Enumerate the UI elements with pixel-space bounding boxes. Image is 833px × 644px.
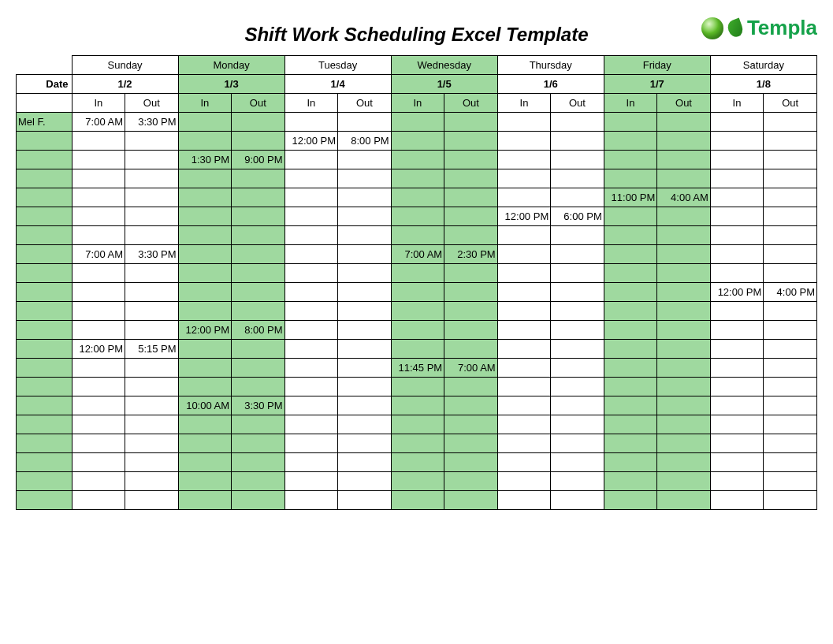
time-cell[interactable] xyxy=(444,491,498,510)
time-cell[interactable] xyxy=(284,415,338,434)
employee-name-cell[interactable] xyxy=(17,132,73,151)
time-cell[interactable] xyxy=(764,453,817,472)
time-cell[interactable] xyxy=(604,396,657,415)
employee-name-cell[interactable] xyxy=(17,169,73,188)
time-cell[interactable] xyxy=(391,264,444,283)
time-cell[interactable] xyxy=(178,283,232,302)
time-cell[interactable]: 6:00 PM xyxy=(551,207,604,226)
time-cell[interactable] xyxy=(657,245,711,264)
time-cell[interactable] xyxy=(604,113,657,132)
time-cell[interactable] xyxy=(657,359,711,378)
time-cell[interactable] xyxy=(497,415,551,434)
time-cell[interactable] xyxy=(125,302,179,321)
time-cell[interactable] xyxy=(338,264,392,283)
employee-name-cell[interactable] xyxy=(17,415,73,434)
time-cell[interactable] xyxy=(551,264,604,283)
time-cell[interactable] xyxy=(338,340,392,359)
employee-name-cell[interactable] xyxy=(17,283,73,302)
time-cell[interactable]: 7:00 AM xyxy=(391,245,444,264)
time-cell[interactable] xyxy=(657,264,711,283)
time-cell[interactable] xyxy=(551,283,604,302)
time-cell[interactable] xyxy=(232,188,285,207)
time-cell[interactable] xyxy=(710,472,764,491)
time-cell[interactable] xyxy=(338,302,392,321)
time-cell[interactable] xyxy=(391,207,444,226)
time-cell[interactable] xyxy=(764,207,817,226)
time-cell[interactable] xyxy=(444,132,498,151)
time-cell[interactable] xyxy=(72,264,125,283)
time-cell[interactable] xyxy=(232,132,285,151)
time-cell[interactable] xyxy=(764,226,817,245)
time-cell[interactable] xyxy=(338,378,392,396)
time-cell[interactable] xyxy=(232,283,285,302)
time-cell[interactable]: 12:00 PM xyxy=(72,340,125,359)
time-cell[interactable] xyxy=(178,245,232,264)
time-cell[interactable] xyxy=(284,283,338,302)
time-cell[interactable] xyxy=(764,340,817,359)
time-cell[interactable] xyxy=(178,188,232,207)
time-cell[interactable] xyxy=(72,188,125,207)
time-cell[interactable] xyxy=(764,264,817,283)
time-cell[interactable] xyxy=(551,169,604,188)
time-cell[interactable] xyxy=(232,264,285,283)
time-cell[interactable] xyxy=(232,113,285,132)
time-cell[interactable] xyxy=(604,472,657,491)
time-cell[interactable] xyxy=(232,472,285,491)
time-cell[interactable] xyxy=(284,302,338,321)
time-cell[interactable] xyxy=(604,151,657,169)
time-cell[interactable] xyxy=(72,434,125,453)
time-cell[interactable] xyxy=(178,434,232,453)
time-cell[interactable] xyxy=(764,302,817,321)
time-cell[interactable]: 12:00 PM xyxy=(284,132,338,151)
time-cell[interactable] xyxy=(391,378,444,396)
time-cell[interactable] xyxy=(551,151,604,169)
time-cell[interactable] xyxy=(444,415,498,434)
time-cell[interactable]: 5:15 PM xyxy=(125,340,179,359)
time-cell[interactable] xyxy=(391,226,444,245)
time-cell[interactable]: 3:30 PM xyxy=(125,113,179,132)
time-cell[interactable] xyxy=(497,472,551,491)
time-cell[interactable] xyxy=(284,491,338,510)
time-cell[interactable] xyxy=(284,378,338,396)
time-cell[interactable] xyxy=(284,472,338,491)
time-cell[interactable] xyxy=(125,415,179,434)
time-cell[interactable] xyxy=(657,396,711,415)
time-cell[interactable] xyxy=(497,132,551,151)
time-cell[interactable]: 8:00 PM xyxy=(232,321,285,340)
time-cell[interactable] xyxy=(551,340,604,359)
time-cell[interactable] xyxy=(551,226,604,245)
time-cell[interactable] xyxy=(710,245,764,264)
time-cell[interactable] xyxy=(338,491,392,510)
time-cell[interactable] xyxy=(710,396,764,415)
time-cell[interactable] xyxy=(710,340,764,359)
time-cell[interactable] xyxy=(657,415,711,434)
time-cell[interactable] xyxy=(657,207,711,226)
time-cell[interactable] xyxy=(497,453,551,472)
time-cell[interactable] xyxy=(178,169,232,188)
time-cell[interactable] xyxy=(178,472,232,491)
time-cell[interactable] xyxy=(391,132,444,151)
time-cell[interactable] xyxy=(764,151,817,169)
employee-name-cell[interactable] xyxy=(17,434,73,453)
time-cell[interactable] xyxy=(338,151,392,169)
time-cell[interactable]: 4:00 PM xyxy=(764,283,817,302)
time-cell[interactable] xyxy=(444,283,498,302)
time-cell[interactable] xyxy=(284,169,338,188)
time-cell[interactable] xyxy=(657,132,711,151)
time-cell[interactable] xyxy=(604,378,657,396)
time-cell[interactable] xyxy=(232,453,285,472)
time-cell[interactable] xyxy=(178,453,232,472)
time-cell[interactable] xyxy=(657,472,711,491)
time-cell[interactable] xyxy=(72,396,125,415)
time-cell[interactable] xyxy=(72,453,125,472)
time-cell[interactable] xyxy=(444,434,498,453)
time-cell[interactable] xyxy=(764,434,817,453)
time-cell[interactable] xyxy=(604,491,657,510)
time-cell[interactable] xyxy=(284,359,338,378)
time-cell[interactable] xyxy=(72,321,125,340)
time-cell[interactable] xyxy=(710,226,764,245)
time-cell[interactable] xyxy=(657,113,711,132)
time-cell[interactable] xyxy=(710,132,764,151)
time-cell[interactable] xyxy=(710,359,764,378)
time-cell[interactable] xyxy=(497,113,551,132)
